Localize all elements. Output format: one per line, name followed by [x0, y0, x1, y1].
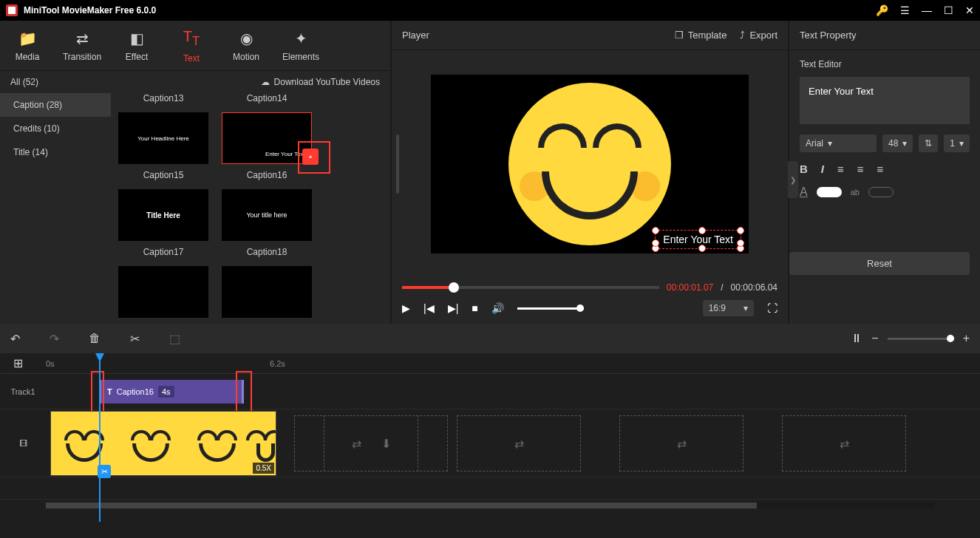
prev-frame-button[interactable]: |◀	[423, 302, 435, 314]
align-left-button[interactable]: ≡	[837, 163, 844, 175]
thumb-caption13[interactable]: Caption13	[118, 93, 208, 103]
reset-button[interactable]: Reset	[789, 252, 970, 275]
add-caption-button[interactable]: +	[302, 149, 319, 165]
category-credits[interactable]: Credits (10)	[0, 117, 111, 140]
license-key-icon[interactable]: 🔑	[876, 4, 888, 16]
speed-badge: 0.5X	[253, 463, 274, 474]
motion-icon: ◉	[240, 30, 253, 47]
bold-button[interactable]: B	[800, 163, 808, 175]
player-panel: Player ❐Template ⤴Export Enter Your Text	[392, 21, 789, 324]
volume-slider[interactable]	[517, 307, 584, 310]
line-height-select[interactable]: 1▾	[944, 134, 970, 152]
progress-bar[interactable]	[402, 286, 659, 289]
tab-effect[interactable]: ◧Effect	[109, 30, 164, 62]
text-categories: Caption (28) Credits (10) Title (14)	[0, 93, 111, 324]
empty-slot[interactable]: ⇄	[457, 415, 581, 471]
player-title: Player	[402, 30, 429, 41]
font-family-select[interactable]: Arial▾	[800, 134, 877, 152]
timeline: ↶ ↷ 🗑 ✂ ⬚ ⏸ − + ⊞ 0s 6.2s Track1 T Capti…	[0, 324, 980, 538]
close-icon[interactable]: ✕	[965, 4, 974, 16]
text-editor-label: Text Editor	[800, 59, 970, 69]
undo-button[interactable]: ↶	[10, 332, 20, 346]
layers-icon: ❐	[675, 30, 684, 41]
align-center-button[interactable]: ≡	[857, 163, 864, 175]
tab-elements[interactable]: ✦Elements	[273, 30, 328, 62]
player-stage[interactable]: Enter Your Text	[392, 50, 788, 278]
minimize-icon[interactable]: —	[922, 4, 932, 16]
stop-button[interactable]: ■	[472, 302, 477, 314]
progress-thumb[interactable]	[449, 282, 459, 293]
transition-slot-icon: ⇄	[840, 437, 849, 451]
timeline-toolbar: ↶ ↷ 🗑 ✂ ⬚ ⏸ − +	[0, 324, 980, 353]
thumb-caption20[interactable]	[222, 266, 312, 318]
line-spacing-icon[interactable]: ⇅	[919, 134, 938, 152]
thumb-caption14[interactable]: Caption14	[222, 93, 312, 103]
chevron-down-icon: ▾	[902, 138, 907, 149]
zoom-slider[interactable]	[888, 338, 954, 340]
drop-icon: ⬇	[381, 437, 391, 451]
clip-handle-left-highlight	[91, 371, 104, 412]
category-title[interactable]: Title (14)	[0, 140, 111, 164]
chevron-down-icon: ▾	[959, 138, 964, 149]
transition-slot-icon: ⇄	[677, 437, 687, 451]
chevron-down-icon: ▾	[828, 138, 832, 149]
category-caption[interactable]: Caption (28)	[0, 93, 111, 117]
empty-slot[interactable]: ⇄	[619, 415, 743, 471]
timeline-scrollbar[interactable]	[46, 503, 934, 508]
panel-collapse-toggle[interactable]: ❯	[788, 161, 798, 198]
empty-slot[interactable]: ⬇	[324, 415, 448, 471]
category-all[interactable]: All (52)	[10, 77, 38, 87]
template-button[interactable]: ❐Template	[675, 30, 727, 41]
zoom-out-button[interactable]: −	[871, 332, 878, 345]
video-clip[interactable]: 0.5X	[50, 411, 276, 476]
align-right-button[interactable]: ≡	[877, 163, 884, 175]
thumb-caption18[interactable]: Your title hereCaption18	[222, 189, 312, 257]
tab-transition[interactable]: ⇄Transition	[55, 30, 109, 62]
transition-icon: ⇄	[76, 30, 89, 47]
font-size-select[interactable]: 48▾	[882, 134, 913, 152]
split-indicator-icon[interactable]: ✂	[98, 465, 111, 478]
aspect-ratio-select[interactable]: 16:9▾	[703, 300, 754, 316]
thumb-caption15[interactable]: Your Headline HereCaption15	[118, 112, 208, 180]
caption-clip[interactable]: T Caption16 4s	[99, 380, 244, 404]
maximize-icon[interactable]: ☐	[944, 4, 953, 16]
upload-icon: ⤴	[740, 30, 745, 41]
thumb-caption17[interactable]: Title HereCaption17	[118, 189, 208, 257]
delete-button[interactable]: 🗑	[89, 332, 101, 345]
tab-media[interactable]: 📁Media	[0, 30, 55, 62]
italic-button[interactable]: I	[821, 163, 824, 175]
playhead[interactable]	[99, 359, 101, 522]
menu-icon[interactable]: ☰	[900, 4, 910, 16]
timeline-ruler[interactable]: ⊞ 0s 6.2s	[0, 353, 980, 374]
speed-icon[interactable]: ⏸	[851, 332, 862, 345]
export-button[interactable]: ⤴Export	[740, 30, 777, 41]
text-icon: TT	[183, 28, 200, 49]
assets-panel: 📁Media ⇄Transition ◧Effect TTText ◉Motio…	[0, 21, 392, 324]
highlight-color-swatch[interactable]	[868, 187, 894, 197]
highlight-icon: ab	[851, 188, 860, 197]
tab-motion[interactable]: ◉Motion	[219, 30, 273, 62]
thumb-caption19[interactable]	[118, 266, 208, 318]
download-youtube-link[interactable]: ☁Download YouTube Videos	[261, 77, 380, 87]
volume-icon[interactable]: 🔊	[491, 302, 504, 314]
player-scrollbar[interactable]	[396, 134, 399, 194]
caption-thumbnails: Caption13 Caption14 Your Headline HereCa…	[111, 93, 390, 324]
video-track-icon: 🎞	[19, 439, 27, 448]
next-frame-button[interactable]: ▶|	[448, 302, 459, 314]
split-button[interactable]: ✂	[130, 332, 140, 346]
add-track-button[interactable]: ⊞	[13, 356, 23, 370]
clip-handle-right-highlight	[236, 371, 252, 412]
text-input[interactable]: Enter Your Text	[800, 77, 970, 124]
text-overlay[interactable]: Enter Your Text	[655, 230, 741, 249]
crop-button[interactable]: ⬚	[169, 332, 180, 346]
fullscreen-button[interactable]: ⛶	[767, 302, 777, 314]
empty-slot[interactable]: ⇄	[782, 415, 906, 471]
text-color-swatch[interactable]	[817, 187, 842, 197]
thumb-caption16[interactable]: Enter Your Text + Caption16	[222, 112, 312, 180]
zoom-in-button[interactable]: +	[963, 332, 970, 345]
redo-button[interactable]: ↷	[50, 332, 59, 346]
folder-icon: 📁	[18, 30, 37, 47]
tab-text[interactable]: TTText	[164, 28, 219, 64]
app-title: MiniTool MovieMaker Free 6.0.0	[24, 5, 876, 16]
play-button[interactable]: ▶	[402, 302, 410, 314]
